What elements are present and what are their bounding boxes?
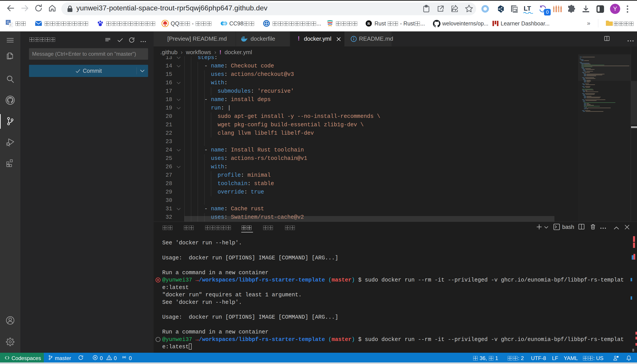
svg-text:R: R (368, 22, 370, 26)
svg-text:t: t (11, 23, 11, 27)
svg-text:98: 98 (222, 22, 225, 25)
